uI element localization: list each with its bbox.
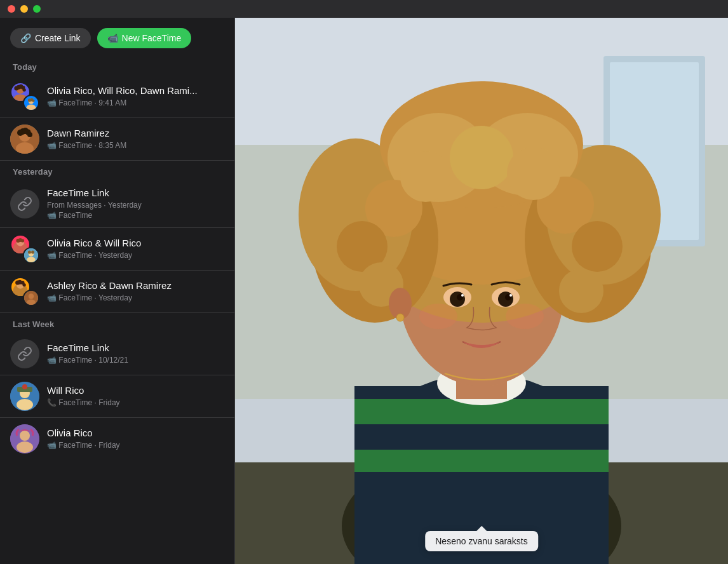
call-info: Olivia Rico & Will Rico 📹 FaceTime · Yes… xyxy=(47,237,224,260)
main-content: Neseno zvanu saraksts xyxy=(235,18,728,564)
call-name: Olivia Rico & Will Rico xyxy=(47,237,224,250)
app-body: 🔗 Create Link 📹 New FaceTime Today xyxy=(0,18,728,564)
svg-point-27 xyxy=(27,257,36,262)
section-header-yesterday: Yesterday xyxy=(0,161,234,180)
avatar xyxy=(10,124,39,154)
call-name: Olivia Rico xyxy=(47,427,224,440)
tooltip-arrow xyxy=(476,526,487,531)
call-name: Dawn Ramirez xyxy=(47,127,224,140)
avatar-group xyxy=(10,82,39,111)
svg-point-88 xyxy=(509,294,512,297)
svg-rect-58 xyxy=(354,450,609,472)
call-sub: 📹 FaceTime · 8:35 AM xyxy=(47,140,224,151)
call-info: Will Rico 📞 FaceTime · Friday xyxy=(47,384,224,408)
svg-point-38 xyxy=(27,300,36,305)
svg-point-78 xyxy=(400,151,451,202)
call-name: Olivia Rico, Will Rico, Dawn Rami... xyxy=(47,84,224,97)
call-info: Dawn Ramirez 📹 FaceTime · 8:35 AM xyxy=(47,127,224,151)
svg-point-19 xyxy=(27,132,32,137)
tooltip: Neseno zvanu saraksts xyxy=(425,531,538,551)
call-name: Ashley Rico & Dawn Ramirez xyxy=(47,279,224,292)
svg-point-11 xyxy=(32,100,34,102)
call-name: Will Rico xyxy=(47,384,224,397)
call-info: FaceTime Link From Messages · Yesterday … xyxy=(47,187,224,221)
call-info: Olivia Rico, Will Rico, Dawn Rami... 📹 F… xyxy=(47,84,224,108)
list-item[interactable]: FaceTime Link From Messages · Yesterday … xyxy=(0,180,234,228)
call-sub: 📹 FaceTime · 10/12/21 xyxy=(47,355,224,366)
avatar-link xyxy=(10,339,39,368)
call-name: FaceTime Link xyxy=(47,187,224,199)
call-sub: 📹 FaceTime · Yesterday xyxy=(47,293,224,304)
sidebar-header: 🔗 Create Link 📹 New FaceTime xyxy=(0,18,234,56)
svg-point-37 xyxy=(29,293,34,299)
sidebar-list: Today xyxy=(0,56,234,564)
call-sub: 📹 FaceTime · Friday xyxy=(47,440,224,451)
list-item[interactable]: Olivia Rico, Will Rico, Dawn Rami... 📹 F… xyxy=(0,76,234,118)
list-item[interactable]: FaceTime Link 📹 FaceTime · 10/12/21 xyxy=(0,333,234,375)
list-item[interactable]: Will Rico 📞 FaceTime · Friday xyxy=(0,375,234,418)
svg-point-77 xyxy=(559,269,603,313)
call-info: FaceTime Link 📹 FaceTime · 10/12/21 xyxy=(47,342,224,365)
call-name: FaceTime Link xyxy=(47,342,224,354)
list-item[interactable]: Olivia Rico & Will Rico 📹 FaceTime · Yes… xyxy=(0,228,234,271)
list-item[interactable]: Ashley Rico & Dawn Ramirez 📹 FaceTime · … xyxy=(0,271,234,313)
svg-point-29 xyxy=(31,250,34,253)
svg-point-8 xyxy=(26,105,36,111)
avatar xyxy=(10,382,39,411)
svg-point-46 xyxy=(20,431,30,441)
facetime-portrait xyxy=(235,18,728,564)
list-item[interactable]: Dawn Ramirez 📹 FaceTime · 8:35 AM xyxy=(0,118,234,161)
svg-point-76 xyxy=(572,221,623,272)
minimize-button[interactable] xyxy=(20,5,28,13)
call-sub: 📹 FaceTime · 9:41 AM xyxy=(47,98,224,109)
call-sub: 📞 FaceTime · Friday xyxy=(47,398,224,408)
new-facetime-label: New FaceTime xyxy=(122,33,182,43)
avatar-secondary xyxy=(23,95,39,111)
svg-point-28 xyxy=(28,250,31,253)
svg-point-6 xyxy=(23,88,26,91)
call-sub: From Messages · Yesterday xyxy=(47,200,224,211)
sidebar: 🔗 Create Link 📹 New FaceTime Today xyxy=(0,18,235,564)
call-sub2: 📹 FaceTime xyxy=(47,210,224,221)
video-icon: 📹 xyxy=(107,33,118,43)
avatar xyxy=(10,424,39,453)
svg-point-47 xyxy=(17,441,33,453)
create-link-label: Create Link xyxy=(35,33,81,43)
avatar-secondary xyxy=(23,247,39,264)
close-button[interactable] xyxy=(8,5,15,13)
call-info: Ashley Rico & Dawn Ramirez 📹 FaceTime · … xyxy=(47,279,224,303)
call-info: Olivia Rico 📹 FaceTime · Friday xyxy=(47,427,224,450)
avatar-group xyxy=(10,277,39,306)
svg-point-41 xyxy=(17,399,33,410)
create-link-button[interactable]: 🔗 Create Link xyxy=(10,28,91,48)
svg-point-79 xyxy=(450,126,513,189)
maximize-button[interactable] xyxy=(33,5,41,13)
svg-point-92 xyxy=(506,304,544,329)
svg-point-24 xyxy=(21,239,24,242)
link-icon: 🔗 xyxy=(20,33,31,43)
avatar-link xyxy=(10,189,39,218)
avatar-secondary xyxy=(23,290,39,306)
title-bar xyxy=(0,0,728,18)
new-facetime-button[interactable]: 📹 New FaceTime xyxy=(97,28,192,48)
svg-point-87 xyxy=(461,294,464,297)
svg-point-35 xyxy=(23,283,26,286)
svg-point-91 xyxy=(419,304,457,329)
svg-point-90 xyxy=(396,314,404,321)
section-header-today: Today xyxy=(0,56,234,76)
list-item[interactable]: Olivia Rico 📹 FaceTime · Friday xyxy=(0,418,234,460)
svg-point-80 xyxy=(507,147,560,200)
svg-point-44 xyxy=(22,384,27,389)
section-header-lastweek: Last Week xyxy=(0,313,234,333)
tooltip-text: Neseno zvanu saraksts xyxy=(435,536,528,546)
avatar-group xyxy=(10,234,39,264)
call-sub: 📹 FaceTime · Yesterday xyxy=(47,250,224,261)
